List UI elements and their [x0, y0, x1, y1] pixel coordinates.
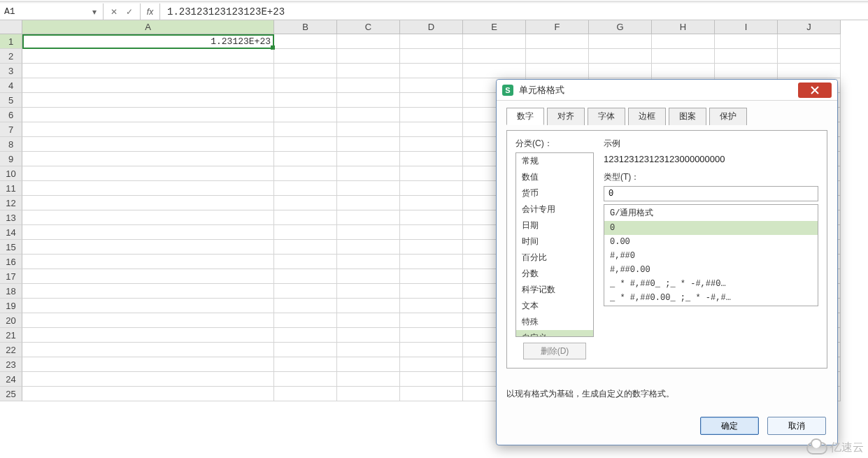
cell-C21[interactable]: [337, 328, 400, 343]
row-header-17[interactable]: 17: [0, 269, 22, 284]
cell-A14[interactable]: [22, 225, 274, 240]
cell-A10[interactable]: [22, 166, 274, 181]
cell-G2[interactable]: [589, 49, 652, 64]
cell-A24[interactable]: [22, 372, 274, 387]
cell-C11[interactable]: [337, 181, 400, 196]
cell-C19[interactable]: [337, 299, 400, 313]
cell-D11[interactable]: [400, 181, 463, 196]
dialog-tab-2[interactable]: 字体: [588, 108, 625, 125]
dialog-close-button[interactable]: [798, 83, 832, 98]
row-header-10[interactable]: 10: [0, 166, 22, 181]
cell-D7[interactable]: [400, 122, 463, 137]
cell-B17[interactable]: [274, 269, 337, 284]
delete-format-button[interactable]: 删除(D): [523, 343, 586, 359]
column-header-I[interactable]: I: [715, 20, 778, 34]
cell-B16[interactable]: [274, 255, 337, 269]
cell-G3[interactable]: [589, 64, 652, 78]
format-item[interactable]: _ * #,##0.00_ ;_ * -#,#…: [604, 291, 818, 305]
cell-D14[interactable]: [400, 225, 463, 240]
cell-H3[interactable]: [652, 64, 715, 78]
cell-B2[interactable]: [274, 49, 337, 64]
row-headers[interactable]: 1234567891011121314151617181920212223242…: [0, 34, 22, 401]
cell-I3[interactable]: [715, 64, 778, 78]
cell-B13[interactable]: [274, 210, 337, 225]
cell-A9[interactable]: [22, 152, 274, 166]
cell-D3[interactable]: [400, 64, 463, 78]
column-header-D[interactable]: D: [400, 20, 463, 34]
cell-D9[interactable]: [400, 152, 463, 166]
name-box-input[interactable]: [4, 6, 90, 17]
row-header-6[interactable]: 6: [0, 108, 22, 122]
cell-A11[interactable]: [22, 181, 274, 196]
column-header-G[interactable]: G: [589, 20, 652, 34]
cell-D21[interactable]: [400, 328, 463, 343]
cell-C1[interactable]: [337, 34, 400, 49]
cell-A6[interactable]: [22, 108, 274, 122]
cell-B11[interactable]: [274, 181, 337, 196]
type-input[interactable]: [604, 186, 818, 201]
row-header-14[interactable]: 14: [0, 225, 22, 240]
cell-A2[interactable]: [22, 49, 274, 64]
cell-D20[interactable]: [400, 313, 463, 328]
cell-B6[interactable]: [274, 108, 337, 122]
cell-A1[interactable]: 1.23123E+23: [22, 34, 274, 49]
name-box[interactable]: ▾: [0, 3, 104, 20]
cancel-formula-icon[interactable]: ✕: [109, 7, 119, 17]
row-header-8[interactable]: 8: [0, 137, 22, 152]
cell-B8[interactable]: [274, 137, 337, 152]
row-header-7[interactable]: 7: [0, 122, 22, 137]
format-list[interactable]: G/通用格式00.00#,##0#,##0.00_ * #,##0_ ;_ * …: [604, 204, 818, 306]
dialog-titlebar[interactable]: S 单元格格式: [497, 80, 837, 101]
row-header-21[interactable]: 21: [0, 328, 22, 343]
dialog-tab-1[interactable]: 对齐: [547, 108, 585, 125]
cell-C14[interactable]: [337, 225, 400, 240]
cell-E1[interactable]: [463, 34, 526, 49]
cell-B9[interactable]: [274, 152, 337, 166]
category-list[interactable]: 常规数值货币会计专用日期时间百分比分数科学记数文本特殊自定义: [515, 152, 594, 337]
formula-input[interactable]: 1.23123123123123E+23: [160, 3, 868, 20]
cell-A4[interactable]: [22, 78, 274, 93]
cell-C13[interactable]: [337, 210, 400, 225]
cell-A3[interactable]: [22, 64, 274, 78]
column-header-J[interactable]: J: [778, 20, 841, 34]
cell-C8[interactable]: [337, 137, 400, 152]
cell-A25[interactable]: [22, 387, 274, 401]
cell-B10[interactable]: [274, 166, 337, 181]
cell-B23[interactable]: [274, 357, 337, 372]
accept-formula-icon[interactable]: ✓: [124, 7, 134, 17]
row-header-4[interactable]: 4: [0, 78, 22, 93]
fx-icon[interactable]: fx: [141, 3, 160, 20]
cell-C7[interactable]: [337, 122, 400, 137]
cell-A13[interactable]: [22, 210, 274, 225]
cell-C12[interactable]: [337, 196, 400, 210]
column-header-A[interactable]: A: [22, 20, 274, 34]
cell-C24[interactable]: [337, 372, 400, 387]
cell-A15[interactable]: [22, 240, 274, 255]
cell-D25[interactable]: [400, 387, 463, 401]
cell-A8[interactable]: [22, 137, 274, 152]
cell-J3[interactable]: [778, 64, 841, 78]
row-header-22[interactable]: 22: [0, 343, 22, 357]
dialog-tab-3[interactable]: 边框: [628, 108, 666, 125]
column-header-E[interactable]: E: [463, 20, 526, 34]
cell-D1[interactable]: [400, 34, 463, 49]
row-header-11[interactable]: 11: [0, 181, 22, 196]
cell-B15[interactable]: [274, 240, 337, 255]
cell-D15[interactable]: [400, 240, 463, 255]
cell-D12[interactable]: [400, 196, 463, 210]
cell-A5[interactable]: [22, 93, 274, 108]
cell-B19[interactable]: [274, 299, 337, 313]
category-item[interactable]: 分数: [516, 266, 593, 282]
cell-A16[interactable]: [22, 255, 274, 269]
row-header-19[interactable]: 19: [0, 299, 22, 313]
row-header-5[interactable]: 5: [0, 93, 22, 108]
row-header-16[interactable]: 16: [0, 255, 22, 269]
cell-C10[interactable]: [337, 166, 400, 181]
row-header-20[interactable]: 20: [0, 313, 22, 328]
cell-B20[interactable]: [274, 313, 337, 328]
cell-A18[interactable]: [22, 284, 274, 299]
cell-B25[interactable]: [274, 387, 337, 401]
cell-C6[interactable]: [337, 108, 400, 122]
cell-A17[interactable]: [22, 269, 274, 284]
category-item[interactable]: 日期: [516, 217, 593, 234]
